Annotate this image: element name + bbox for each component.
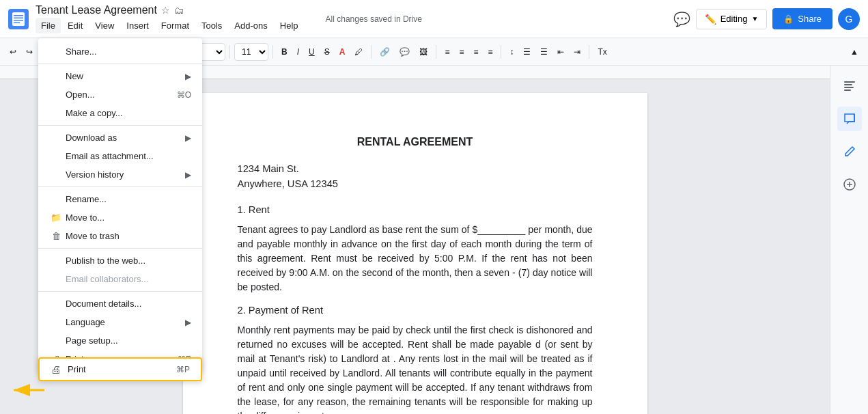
- align-justify-button[interactable]: ≡: [484, 44, 496, 59]
- menu-tools[interactable]: Tools: [196, 18, 227, 33]
- menu-move-label: Move to...: [66, 212, 191, 223]
- doc-heading: RENTAL AGREEMENT: [238, 134, 593, 150]
- font-size-select[interactable]: 11 12 14: [234, 43, 268, 61]
- menu-new-label: New: [66, 71, 185, 81]
- menu-trash-label: Move to trash: [66, 231, 191, 241]
- menu-insert[interactable]: Insert: [121, 18, 154, 33]
- bullets-button[interactable]: ☰: [519, 44, 535, 59]
- doc-title[interactable]: Tenant Lease Agreement: [36, 4, 157, 16]
- numbered-list-button[interactable]: ☰: [536, 44, 552, 59]
- highlight-button[interactable]: 🖊: [350, 44, 367, 59]
- section-2: 2. Payment of Rent Monthly rent payments…: [238, 303, 593, 414]
- sidebar-comment-icon[interactable]: [837, 107, 862, 131]
- doc-title-area: Tenant Lease Agreement ☆ 🗂 File Edit Vie…: [36, 4, 309, 33]
- menu-email-collab: Email collaborators...: [38, 270, 202, 288]
- align-right-button[interactable]: ≡: [469, 44, 482, 59]
- sidebar-outline-icon[interactable]: [837, 74, 862, 98]
- section-1: 1. Rent Tenant agrees to pay Landlord as…: [238, 202, 593, 294]
- collapse-toolbar-button[interactable]: ▲: [846, 44, 863, 59]
- svg-rect-6: [844, 81, 855, 83]
- sidebar-pen-icon[interactable]: [837, 139, 862, 164]
- language-arrow: ▶: [185, 318, 191, 327]
- top-right-actions: 💬 ✏️ Editing ▼ 🔒 Share G: [673, 8, 860, 30]
- image-button[interactable]: 🖼: [415, 44, 432, 59]
- svg-rect-0: [12, 12, 25, 26]
- indent-increase-button[interactable]: ⇥: [570, 44, 585, 59]
- menu-help[interactable]: Help: [275, 18, 304, 33]
- comment-toolbar-button[interactable]: 💬: [395, 44, 414, 59]
- sidebar-add-icon[interactable]: [837, 172, 862, 197]
- menu-email-label: Email as attachment...: [66, 151, 191, 161]
- section1-title: 1. Rent: [238, 202, 593, 217]
- svg-rect-3: [14, 20, 23, 21]
- trash-icon: 🗑: [49, 231, 63, 241]
- link-button[interactable]: 🔗: [376, 44, 394, 59]
- menu-language[interactable]: Language ▶: [38, 313, 202, 331]
- version-arrow: ▶: [185, 170, 191, 180]
- folder-icon[interactable]: 🗂: [174, 5, 184, 16]
- toolbar-sep-4: [272, 45, 273, 59]
- line-spacing-button[interactable]: ↕: [505, 44, 518, 59]
- toolbar-sep-6: [436, 45, 436, 59]
- menu-publish[interactable]: Publish to the web...: [38, 251, 202, 270]
- new-arrow: ▶: [185, 72, 191, 81]
- menu-view[interactable]: View: [89, 18, 120, 33]
- avatar[interactable]: G: [838, 8, 860, 30]
- menu-open[interactable]: Open... ⌘O: [38, 85, 202, 104]
- menu-bar: File Edit View Insert Format Tools Add-o…: [36, 18, 304, 33]
- menu-format[interactable]: Format: [156, 18, 195, 33]
- menu-file[interactable]: File: [36, 18, 61, 33]
- font-color-button[interactable]: A: [335, 44, 350, 59]
- doc-paper: RENTAL AGREEMENT 1234 Main St. Anywhere,…: [183, 93, 647, 414]
- svg-rect-8: [844, 87, 854, 88]
- menu-download[interactable]: Download as ▶: [38, 128, 202, 147]
- menu-language-label: Language: [66, 317, 185, 327]
- menu-email-attach[interactable]: Email as attachment...: [38, 147, 202, 165]
- folder-move-icon: 📁: [49, 212, 63, 223]
- share-button[interactable]: 🔒 Share: [772, 8, 832, 29]
- menu-divider-2: [38, 125, 202, 126]
- align-left-button[interactable]: ≡: [440, 44, 453, 59]
- svg-rect-7: [844, 84, 852, 85]
- toolbar-sep-7: [501, 45, 501, 59]
- menu-details-label: Document details...: [66, 299, 191, 309]
- menu-move-trash[interactable]: 🗑 Move to trash: [38, 227, 202, 245]
- share-label: Share: [798, 14, 822, 24]
- redo-button[interactable]: ↪: [22, 44, 37, 59]
- menu-make-copy[interactable]: Make a copy...: [38, 104, 202, 122]
- strikethrough-button[interactable]: S: [320, 44, 334, 59]
- toolbar-sep-3: [229, 45, 230, 59]
- menu-rename[interactable]: Rename...: [38, 190, 202, 208]
- avatar-letter: G: [845, 14, 853, 25]
- underline-button[interactable]: U: [305, 44, 319, 59]
- menu-version-history[interactable]: Version history ▶: [38, 165, 202, 184]
- menu-divider-1: [38, 64, 202, 64]
- print-popup-label: Print: [68, 364, 86, 374]
- menu-move-to[interactable]: 📁 Move to...: [38, 208, 202, 227]
- toolbar-sep-5: [371, 45, 372, 59]
- menu-edit[interactable]: Edit: [62, 18, 88, 33]
- chevron-down-icon: ▼: [751, 15, 758, 23]
- app-icon: [8, 9, 29, 29]
- toolbar-sep-8: [589, 45, 589, 59]
- menu-download-label: Download as: [66, 133, 185, 143]
- align-center-button[interactable]: ≡: [455, 44, 468, 59]
- menu-share[interactable]: Share...: [38, 42, 202, 61]
- menu-doc-details[interactable]: Document details...: [38, 294, 202, 313]
- menu-share-label: Share...: [66, 46, 191, 57]
- comment-icon[interactable]: 💬: [673, 11, 690, 27]
- menu-addons[interactable]: Add-ons: [229, 18, 272, 33]
- print-highlight-box[interactable]: 🖨 Print ⌘P: [38, 357, 202, 381]
- star-icon[interactable]: ☆: [161, 5, 170, 16]
- undo-button[interactable]: ↩: [5, 44, 20, 59]
- menu-new[interactable]: New ▶: [38, 67, 202, 85]
- clear-format-button[interactable]: Tx: [593, 44, 611, 59]
- right-sidebar: [830, 66, 868, 414]
- italic-button[interactable]: I: [293, 44, 303, 59]
- indent-decrease-button[interactable]: ⇤: [553, 44, 568, 59]
- download-arrow: ▶: [185, 133, 191, 143]
- file-menu-dropdown: Share... New ▶ Open... ⌘O Make a copy...…: [38, 38, 202, 372]
- editing-button[interactable]: ✏️ Editing ▼: [696, 9, 768, 29]
- bold-button[interactable]: B: [277, 44, 292, 59]
- menu-page-setup[interactable]: Page setup...: [38, 331, 202, 350]
